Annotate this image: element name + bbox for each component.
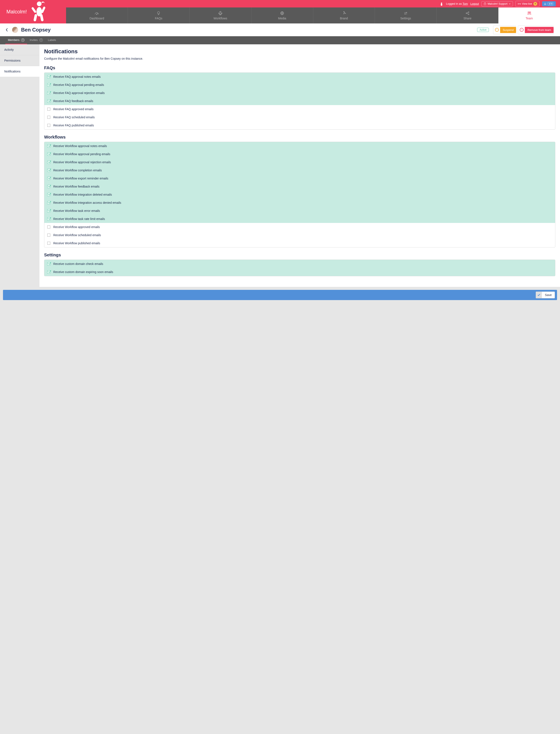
live-badge-icon: ✦ [533, 2, 537, 6]
check-label: Receive Workflow completion emails [53, 169, 102, 172]
check-row[interactable]: Receive Workflow approval pending emails [44, 150, 555, 158]
nav-workflows[interactable]: Workflows [189, 7, 251, 23]
svg-point-10 [97, 14, 97, 15]
check-row[interactable]: Receive Workflow task error emails [44, 207, 555, 215]
clock-icon [495, 28, 499, 32]
check-row[interactable]: Receive Workflow approval notes emails [44, 142, 555, 150]
check-row[interactable]: Receive Workflow approval rejection emai… [44, 158, 555, 166]
checkbox[interactable] [47, 169, 50, 172]
check-row[interactable]: Receive custom domain check emails [44, 260, 555, 268]
sliders-icon [403, 11, 408, 15]
checkbox[interactable] [47, 234, 50, 237]
nav-dashboard[interactable]: Dashboard [66, 7, 128, 23]
logout-link[interactable]: Logout [470, 2, 479, 5]
section-title: Settings [44, 253, 555, 257]
check-row[interactable]: Receive Workflow scheduled emails [44, 231, 555, 239]
check-row[interactable]: Receive Workflow approved emails [44, 223, 555, 231]
check-row[interactable]: Receive Workflow completion emails [44, 166, 555, 174]
checkbox[interactable] [47, 177, 50, 180]
checkbox[interactable] [47, 217, 50, 220]
check-row[interactable]: Receive FAQ feedback emails [44, 97, 555, 105]
checkbox[interactable] [47, 242, 50, 245]
check-label: Receive FAQ approval rejection emails [53, 91, 105, 95]
support-dropdown[interactable]: Malcolm! Support [481, 1, 513, 6]
check-row[interactable]: Receive FAQ published emails [44, 121, 555, 129]
checkbox[interactable] [47, 116, 50, 119]
check-row[interactable]: Receive FAQ approval rejection emails [44, 89, 555, 97]
page-title: Ben Copsey [21, 27, 477, 33]
check-row[interactable]: Receive Workflow integration access deni… [44, 199, 555, 207]
check-row[interactable]: Receive Workflow feedback emails [44, 182, 555, 191]
nav-settings[interactable]: Settings [375, 7, 436, 23]
nav-team[interactable]: Team [498, 7, 560, 23]
globe-icon [280, 11, 284, 15]
check-row[interactable]: Receive FAQ scheduled emails [44, 113, 555, 121]
check-label: Receive Workflow published emails [53, 241, 100, 245]
check-row[interactable]: Receive Workflow export reminder emails [44, 174, 555, 182]
check-row[interactable]: Receive Workflow integration deleted ema… [44, 191, 555, 199]
svg-point-6 [441, 3, 442, 4]
check-label: Receive FAQ feedback emails [53, 99, 93, 103]
checkbox[interactable] [47, 153, 50, 156]
main-nav: Dashboard FAQs Workflows Media Brand Set… [66, 7, 560, 23]
checkbox[interactable] [47, 209, 50, 212]
save-button[interactable]: Save [536, 292, 555, 298]
subtab-members[interactable]: Members 4 [5, 36, 27, 44]
view-live-button[interactable]: View live ✦ [515, 1, 540, 7]
checkbox[interactable] [47, 124, 50, 127]
nav-brand[interactable]: Brand [313, 7, 375, 23]
checkbox[interactable] [47, 270, 50, 273]
checkbox[interactable] [47, 83, 50, 86]
nav-faqs[interactable]: FAQs [128, 7, 189, 23]
check-row[interactable]: Receive Workflow task rate limit emails [44, 215, 555, 223]
suspend-button-wrap[interactable]: Suspend [493, 26, 516, 34]
logged-in-text: Logged in as Tom [446, 2, 468, 5]
checkbox[interactable] [47, 193, 50, 196]
subtab-invites[interactable]: Invites 0 [27, 36, 45, 44]
dashboard-icon [94, 11, 99, 15]
checkbox[interactable] [47, 100, 50, 103]
check-group: Receive FAQ approval notes emailsReceive… [44, 72, 555, 130]
checkbox[interactable] [47, 201, 50, 204]
checkbox[interactable] [47, 75, 50, 78]
support-icon [484, 3, 486, 5]
svg-point-25 [521, 30, 522, 30]
remove-button-wrap[interactable]: Remove from team [518, 26, 554, 34]
checkbox[interactable] [47, 91, 50, 94]
check-row[interactable]: Receive FAQ approval notes emails [44, 73, 555, 81]
checkbox[interactable] [47, 262, 50, 265]
checkbox[interactable] [47, 185, 50, 188]
svg-point-24 [530, 12, 531, 13]
nav-media[interactable]: Media [251, 7, 313, 23]
brand-icon [342, 11, 346, 15]
notifications-button[interactable]: 478 [542, 1, 556, 6]
page-header: Ben Copsey Active Suspend Remove from te… [0, 23, 560, 36]
back-chevron-icon[interactable] [5, 28, 8, 32]
check-label: Receive Workflow integration access deni… [53, 201, 121, 204]
check-label: Receive FAQ approved emails [53, 107, 94, 111]
brand[interactable]: Malcolm! [0, 0, 66, 23]
check-row[interactable]: Receive FAQ approved emails [44, 105, 555, 113]
remove-icon [520, 28, 524, 32]
check-label: Receive custom domain expiring soon emai… [53, 270, 113, 274]
checkbox[interactable] [47, 108, 50, 111]
check-row[interactable]: Receive custom domain expiring soon emai… [44, 268, 555, 276]
svg-rect-4 [31, 7, 36, 13]
sidebar-item-activity[interactable]: Activity [0, 44, 39, 55]
svg-point-19 [466, 13, 467, 13]
checkbox[interactable] [47, 225, 50, 228]
subtab-labels[interactable]: Labels [45, 36, 59, 44]
checkbox[interactable] [47, 161, 50, 164]
check-row[interactable]: Receive FAQ approval pending emails [44, 81, 555, 89]
nav-share[interactable]: Share [436, 7, 498, 23]
monkey-logo-icon [29, 0, 48, 23]
check-row[interactable]: Receive Workflow published emails [44, 239, 555, 247]
username-link[interactable]: Tom [463, 2, 468, 5]
check-label: Receive Workflow scheduled emails [53, 233, 101, 237]
sidebar-item-permissions[interactable]: Permissions [0, 55, 39, 66]
check-label: Receive FAQ approval pending emails [53, 83, 104, 87]
checkbox[interactable] [47, 144, 50, 147]
check-group: Receive custom domain check emailsReceiv… [44, 260, 555, 276]
sidebar-item-notifications[interactable]: Notifications [0, 66, 39, 77]
top-links: Logged in as Tom Logout Malcolm! Support… [66, 0, 560, 7]
